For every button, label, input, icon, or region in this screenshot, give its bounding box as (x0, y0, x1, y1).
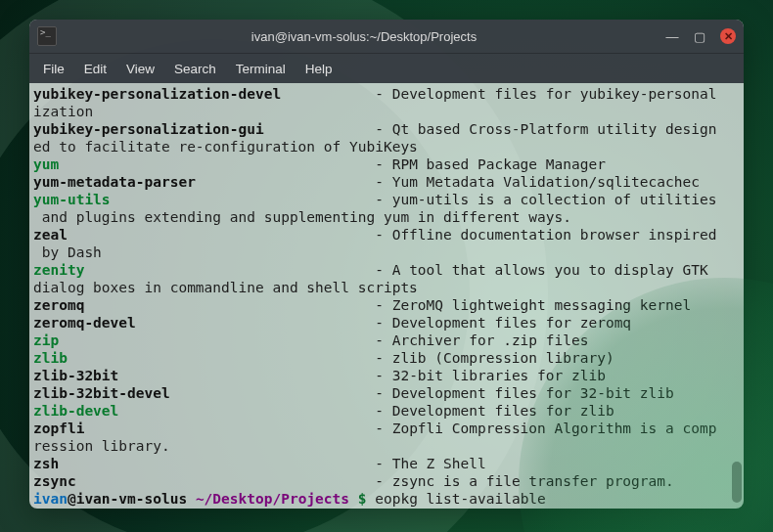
prompt-user: ivan (33, 491, 68, 507)
package-name: zeal (33, 227, 68, 243)
maximize-button[interactable]: ▢ (693, 29, 706, 43)
package-description: Zopfli Compression Algorithm is a comp (392, 421, 717, 436)
package-name: zenity (33, 262, 84, 278)
prompt-command: eopkg list-available (375, 491, 546, 507)
package-line: zlib-32bit - 32-bit libraries for zlib (33, 367, 740, 384)
menu-view[interactable]: View (116, 58, 164, 80)
package-description-continuation: dialog boxes in commandline and shell sc… (33, 279, 740, 296)
package-line: zlib-devel - Development files for zlib (33, 402, 740, 420)
package-line: zsync - zsync is a file transfer program… (33, 472, 740, 490)
package-name: zip (33, 332, 59, 348)
package-description: The Z Shell (392, 456, 486, 471)
package-description: RPM based Package Manager (392, 156, 606, 172)
package-description: zlib (Compression library) (392, 350, 614, 366)
package-name: zsh (33, 456, 59, 471)
package-description: 32-bit libraries for zlib (392, 368, 606, 383)
package-description: Yum Metadata Validation/sqlitecachec (392, 174, 700, 190)
prompt-symbol: $ (358, 491, 367, 507)
package-line: yum - RPM based Package Manager (33, 155, 740, 173)
window-controls: — ▢ ✕ (665, 28, 736, 44)
package-line: zeromq - ZeroMQ lightweight messaging ke… (33, 296, 740, 314)
package-description: ZeroMQ lightweight messaging kernel (392, 297, 692, 313)
package-name: zlib-32bit-devel (33, 385, 170, 401)
package-description-continuation: ization (33, 103, 740, 120)
package-description: Development files for zlib (392, 403, 614, 419)
package-description: zsync is a file transfer program. (392, 473, 674, 489)
package-line: yubikey-personalization-gui - Qt based C… (33, 120, 740, 138)
package-name: yubikey-personalization-gui (33, 121, 264, 137)
package-name: zeromq (33, 297, 84, 313)
menu-search[interactable]: Search (164, 58, 226, 80)
package-name: zeromq-devel (33, 315, 136, 331)
minimize-button[interactable]: — (665, 29, 679, 43)
menu-file[interactable]: File (33, 58, 74, 80)
package-line: zsh - The Z Shell (33, 455, 740, 472)
scrollbar-thumb[interactable] (732, 462, 742, 503)
package-name: yum-utils (33, 192, 111, 207)
package-name: yum-metadata-parser (33, 174, 196, 190)
package-line: zopfli - Zopfli Compression Algorithm is… (33, 420, 740, 437)
package-description: Qt based Cross-Platform utility design (392, 121, 717, 137)
package-line: zlib - zlib (Compression library) (33, 349, 740, 367)
terminal-window: ivan@ivan-vm-solus:~/Desktop/Projects — … (29, 20, 744, 509)
window-title: ivan@ivan-vm-solus:~/Desktop/Projects (63, 29, 665, 44)
prompt-host: ivan-vm-solus (76, 491, 188, 507)
prompt-at: @ (68, 491, 76, 507)
prompt-path: ~/Desktop/Projects (196, 491, 349, 507)
package-name: zlib (33, 350, 68, 366)
package-line: yubikey-personalization-devel - Developm… (33, 85, 740, 103)
package-description: Development files for 32-bit zlib (392, 385, 674, 401)
menu-help[interactable]: Help (296, 58, 342, 80)
menubar: File Edit View Search Terminal Help (29, 53, 744, 83)
terminal-output[interactable]: yubikey-personalization-devel - Developm… (29, 83, 744, 509)
menu-terminal[interactable]: Terminal (226, 58, 296, 80)
package-description-continuation: and plugins extending and supplementing … (33, 208, 740, 226)
package-line: zeromq-devel - Development files for zer… (33, 314, 740, 332)
package-description: Development files for zeromq (392, 315, 631, 331)
package-line: zenity - A tool that allows you to displ… (33, 261, 740, 279)
package-line: yum-metadata-parser - Yum Metadata Valid… (33, 173, 740, 191)
close-button[interactable]: ✕ (720, 28, 736, 44)
package-description-continuation: ed to facilitate re-configuration of Yub… (33, 138, 740, 155)
package-line: zip - Archiver for .zip files (33, 332, 740, 349)
window-titlebar[interactable]: ivan@ivan-vm-solus:~/Desktop/Projects — … (29, 20, 744, 53)
terminal-app-icon (37, 26, 57, 46)
package-name: zsync (33, 473, 76, 489)
package-line: yum-utils - yum-utils is a collection of… (33, 191, 740, 208)
package-description: Archiver for .zip files (392, 332, 589, 348)
package-name: zopfli (33, 421, 84, 436)
package-name: yum (33, 156, 59, 172)
desktop-background: ivan@ivan-vm-solus:~/Desktop/Projects — … (0, 0, 773, 532)
package-description: yum-utils is a collection of utilities (392, 192, 717, 207)
package-name: zlib-32bit (33, 368, 118, 383)
package-name: zlib-devel (33, 403, 118, 419)
package-description-continuation: by Dash (33, 244, 740, 261)
package-description-continuation: ression library. (33, 437, 740, 455)
package-name: yubikey-personalization-devel (33, 86, 281, 102)
package-line: zeal - Offline documentation browser ins… (33, 226, 740, 244)
package-description: A tool that allows you to display GTK (392, 262, 717, 278)
package-description: Offline documentation browser inspired (392, 227, 717, 243)
prompt-line[interactable]: ivan@ivan-vm-solus ~/Desktop/Projects $ … (33, 490, 740, 508)
package-description: Development files for yubikey-personal (392, 86, 717, 102)
package-line: zlib-32bit-devel - Development files for… (33, 384, 740, 402)
menu-edit[interactable]: Edit (74, 58, 116, 80)
